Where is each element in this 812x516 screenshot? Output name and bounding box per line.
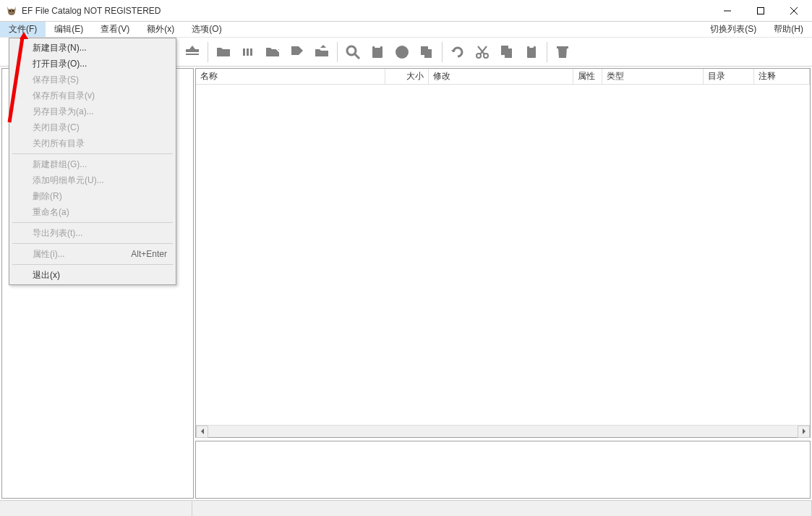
scroll-right-icon[interactable] (798, 426, 810, 438)
column-size[interactable]: 大小 (385, 69, 429, 84)
undo-icon[interactable] (447, 41, 469, 63)
menu-item-save-catalog[interactable]: 保存目录(S) (11, 72, 174, 88)
menu-item-add-detail-unit[interactable]: 添加明细单元(U)... (11, 172, 174, 188)
copy-doc-icon[interactable] (496, 41, 518, 63)
menu-edit[interactable]: 编辑(E) (46, 22, 92, 37)
svg-rect-17 (186, 54, 199, 55)
list-header: 名称 大小 修改 属性 类型 目录 注释 (196, 69, 810, 85)
column-catalog[interactable]: 目录 (704, 69, 754, 84)
menu-options[interactable]: 选项(O) (183, 22, 230, 37)
svg-rect-23 (375, 45, 380, 48)
folder-icon[interactable] (213, 41, 234, 63)
dark-circle-icon[interactable] (391, 41, 413, 63)
title-bar: EF File Catalog NOT REGISTERED (0, 0, 812, 22)
folder-group-icon[interactable] (237, 41, 259, 63)
folder-up-icon[interactable] (311, 41, 333, 63)
svg-rect-33 (557, 46, 568, 48)
svg-point-0 (9, 10, 11, 12)
menu-item-rename[interactable]: 重命名(a) (11, 204, 174, 220)
menu-extra[interactable]: 额外(x) (138, 22, 183, 37)
menu-item-delete[interactable]: 删除(R) (11, 188, 174, 204)
menu-item-new-catalog[interactable]: 新建目录(N)... (11, 40, 174, 56)
menu-item-new-group[interactable]: 新建群组(G)... (11, 156, 174, 172)
column-type[interactable]: 类型 (602, 69, 704, 84)
svg-rect-22 (372, 46, 383, 58)
minimize-button[interactable] (711, 0, 744, 21)
menu-item-label: 属性(i)... (33, 248, 65, 261)
menu-item-open-catalog[interactable]: 打开目录(O)... (11, 56, 174, 72)
svg-rect-20 (250, 48, 252, 56)
toolbar-separator (442, 42, 443, 62)
search-icon[interactable] (342, 41, 364, 63)
folder-cut-icon[interactable] (262, 41, 283, 63)
app-icon (6, 5, 17, 17)
svg-point-24 (396, 46, 409, 59)
column-modified[interactable]: 修改 (429, 69, 573, 84)
menu-separator (12, 243, 173, 244)
svg-rect-16 (186, 49, 199, 52)
status-cell (192, 501, 812, 516)
scroll-left-icon[interactable] (196, 426, 208, 438)
list-body[interactable] (196, 85, 810, 425)
menu-item-save-catalog-as[interactable]: 另存目录为(a)... (11, 103, 174, 119)
paste-clip-icon[interactable] (367, 41, 388, 63)
menu-switch-list[interactable]: 切换列表(S) (701, 22, 765, 37)
clipboard-icon[interactable] (521, 41, 542, 63)
window-controls (711, 0, 811, 21)
menu-item-close-catalog[interactable]: 关闭目录(C) (11, 119, 174, 135)
menu-item-exit[interactable]: 退出(x) (11, 267, 174, 283)
svg-rect-26 (424, 49, 432, 58)
menu-item-save-all-catalogs[interactable]: 保存所有目录(v) (11, 88, 174, 103)
svg-rect-18 (243, 48, 245, 56)
status-bar (0, 500, 812, 516)
right-pane: 名称 大小 修改 属性 类型 目录 注释 (195, 68, 811, 499)
svg-rect-19 (247, 48, 249, 56)
menu-view[interactable]: 查看(V) (92, 22, 138, 37)
eject-icon[interactable] (181, 41, 203, 63)
menu-separator (12, 222, 173, 223)
toolbar-separator (208, 42, 208, 62)
scroll-track[interactable] (208, 426, 798, 438)
menu-help[interactable]: 帮助(H) (765, 22, 812, 37)
column-attributes[interactable]: 属性 (573, 69, 602, 84)
menu-bar: 文件(F) 编辑(E) 查看(V) 额外(x) 选项(O) 切换列表(S) 帮助… (0, 22, 812, 38)
svg-rect-32 (529, 45, 534, 48)
copy-icon[interactable] (416, 41, 437, 63)
menu-separator (12, 264, 173, 265)
column-comment[interactable]: 注释 (754, 69, 810, 84)
column-name[interactable]: 名称 (196, 69, 385, 84)
svg-rect-31 (527, 46, 536, 58)
file-list-pane: 名称 大小 修改 属性 类型 目录 注释 (195, 68, 811, 438)
menu-file[interactable]: 文件(F) (0, 22, 46, 37)
menu-item-close-all-catalogs[interactable]: 关闭所有目录 (11, 135, 174, 151)
file-menu-dropdown: 新建目录(N)... 打开目录(O)... 保存目录(S) 保存所有目录(v) … (9, 38, 176, 285)
menu-item-properties[interactable]: 属性(i)... Alt+Enter (11, 246, 174, 262)
svg-rect-30 (505, 48, 512, 58)
status-cell (0, 501, 192, 516)
maximize-button[interactable] (744, 0, 777, 21)
scissors-icon[interactable] (471, 41, 493, 63)
window-title: EF File Catalog NOT REGISTERED (22, 6, 711, 16)
detail-pane[interactable] (195, 441, 811, 499)
horizontal-scrollbar[interactable] (196, 425, 810, 437)
toolbar-separator (337, 42, 338, 62)
folder-tag-icon[interactable] (286, 41, 308, 63)
trash-icon[interactable] (552, 41, 573, 63)
svg-rect-2 (758, 7, 764, 14)
menu-item-export-list[interactable]: 导出列表(t)... (11, 225, 174, 241)
menu-item-shortcut: Alt+Enter (131, 249, 167, 259)
svg-point-1 (12, 10, 14, 12)
menu-separator (12, 153, 173, 154)
toolbar-separator (547, 42, 547, 62)
close-button[interactable] (777, 0, 811, 21)
svg-point-21 (347, 46, 356, 55)
